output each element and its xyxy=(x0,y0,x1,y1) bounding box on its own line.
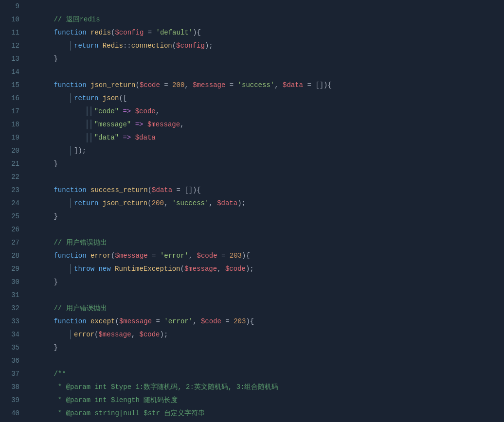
line-num-10: 10 xyxy=(4,13,19,26)
code-line-35 xyxy=(29,341,498,354)
line-num-23: 23 xyxy=(4,184,19,197)
line-num-24: 24 xyxy=(4,197,19,210)
line-numbers: 9 10 11 12 13 14 15 16 17 18 19 20 21 22… xyxy=(0,0,23,422)
line-num-31: 31 xyxy=(4,289,19,302)
code-line-26: // 用户错误抛出 xyxy=(29,223,498,236)
line-num-18: 18 xyxy=(4,118,19,131)
line-num-36: 36 xyxy=(4,354,19,368)
code-line-9: // 返回redis xyxy=(29,0,498,13)
line-num-39: 39 xyxy=(4,394,19,407)
line-num-12: 12 xyxy=(4,39,19,53)
line-num-33: 33 xyxy=(4,315,19,328)
line-num-28: 28 xyxy=(4,249,19,263)
code-editor: 9 10 11 12 13 14 15 16 17 18 19 20 21 22… xyxy=(0,0,504,422)
code-line-22: function success_return($data = []){ xyxy=(29,171,498,184)
line-num-16: 16 xyxy=(4,92,19,105)
line-num-30: 30 xyxy=(4,276,19,289)
code-line-37: * @param int $type 1:数字随机码, 2:英文随机码, 3:组… xyxy=(29,368,498,381)
line-num-17: 17 xyxy=(4,105,19,118)
line-num-15: 15 xyxy=(4,79,19,92)
line-num-40: 40 xyxy=(4,407,19,420)
line-num-26: 26 xyxy=(4,223,19,236)
line-num-9: 9 xyxy=(4,0,19,13)
code-line-13 xyxy=(29,53,498,66)
code-line-21 xyxy=(29,158,498,171)
line-num-20: 20 xyxy=(4,144,19,158)
code-line-30 xyxy=(29,276,498,289)
code-line-14: function json_return($code = 200, $messa… xyxy=(29,66,498,79)
code-line-31: // 用户错误抛出 xyxy=(29,289,498,302)
line-num-11: 11 xyxy=(4,26,19,39)
line-num-32: 32 xyxy=(4,302,19,315)
line-num-21: 21 xyxy=(4,158,19,171)
line-num-29: 29 xyxy=(4,263,19,276)
line-num-37: 37 xyxy=(4,368,19,381)
line-num-27: 27 xyxy=(4,236,19,249)
line-num-25: 25 xyxy=(4,210,19,223)
line-num-19: 19 xyxy=(4,131,19,144)
code-content: // 返回redis function redis($config = 'def… xyxy=(23,0,504,422)
code-line-20: } xyxy=(29,144,498,158)
code-line-25 xyxy=(29,210,498,223)
line-num-38: 38 xyxy=(4,381,19,394)
line-num-14: 14 xyxy=(4,66,19,79)
line-num-35: 35 xyxy=(4,341,19,354)
line-num-34: 34 xyxy=(4,328,19,341)
code-line-36: /** xyxy=(29,354,498,368)
line-num-22: 22 xyxy=(4,171,19,184)
line-num-13: 13 xyxy=(4,53,19,66)
